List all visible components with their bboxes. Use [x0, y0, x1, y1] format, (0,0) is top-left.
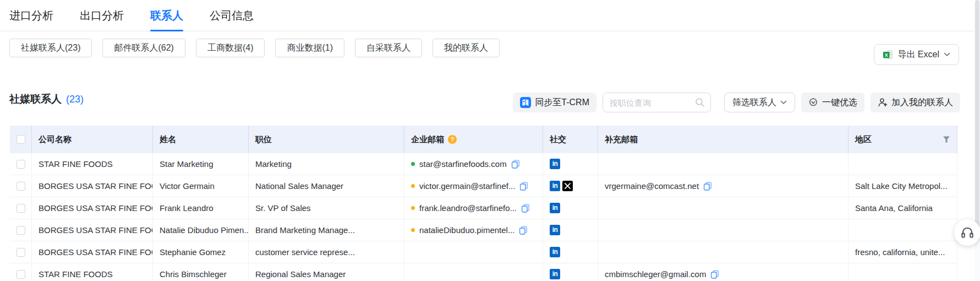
one-click-optimize-button[interactable]: 一键优选 — [801, 93, 864, 112]
cell-email: star@starfinefoods.com — [404, 153, 543, 175]
excel-icon: X — [883, 50, 893, 60]
email-text: star@starfinefoods.com — [419, 159, 507, 169]
linkedin-icon[interactable]: in — [550, 203, 560, 213]
cell-name: Stephanie Gomez — [153, 241, 249, 263]
linkedin-icon[interactable]: in — [550, 247, 560, 257]
cell-name: Natalie Dibuduo Pimen... — [153, 219, 249, 241]
copy-icon[interactable] — [511, 160, 520, 169]
badge-seal-icon — [808, 98, 818, 107]
cell-email — [404, 263, 543, 281]
row-checkbox[interactable] — [17, 270, 25, 279]
one-click-optimize-label: 一键优选 — [822, 97, 857, 109]
cell-region: fresno, california, unite... — [848, 241, 957, 263]
add-to-my-contacts-button[interactable]: 加入我的联系人 — [870, 93, 960, 112]
copy-icon[interactable] — [521, 204, 530, 213]
cell-alt-email: vrgermaine@comcast.net — [598, 175, 848, 197]
x-icon[interactable] — [562, 181, 573, 191]
column-header-title: 职位 — [249, 126, 404, 153]
tab-1[interactable]: 出口分析 — [80, 0, 124, 31]
table-body: STAR FINE FOODS Star Marketing Marketing… — [10, 153, 957, 281]
tab-2[interactable]: 联系人 — [150, 0, 183, 31]
cell-alt-email: cmbimschleger@gmail.com — [598, 263, 848, 281]
filter-button-5[interactable]: 我的联系人 — [432, 39, 500, 57]
alt-email-text: vrgermaine@comcast.net — [605, 181, 699, 191]
cell-title: Marketing — [249, 153, 404, 175]
filter-contacts-label: 筛选联系人 — [732, 97, 776, 109]
cell-company: BORGES USA STAR FINE FOODS — [32, 241, 153, 263]
filter-button-3[interactable]: 商业数据(1) — [275, 39, 344, 57]
column-header-alt-email: 补充邮箱 — [598, 126, 848, 153]
filter-button-4[interactable]: 自采联系人 — [355, 39, 422, 57]
cell-company: STAR FINE FOODS — [32, 153, 153, 175]
cell-social: in — [543, 219, 598, 241]
column-header-company: 公司名称 — [32, 126, 153, 153]
section-count: (23) — [66, 94, 84, 105]
sync-tcrm-button[interactable]: 同步至T-CRM — [513, 93, 596, 112]
tab-bar: 进口分析出口分析联系人公司信息 — [0, 0, 980, 31]
linkedin-icon[interactable]: in — [550, 159, 560, 169]
copy-icon[interactable] — [519, 226, 528, 235]
row-checkbox[interactable] — [17, 160, 25, 169]
cell-email: victor.germain@starfinef... — [404, 175, 543, 197]
svg-text:X: X — [885, 52, 888, 57]
row-checkbox[interactable] — [17, 182, 25, 191]
filter-button-1[interactable]: 邮件联系人(62) — [102, 39, 185, 57]
cell-title: Sr. VP of Sales — [249, 197, 404, 219]
table-row: BORGES USA STAR FINE FOODS Natalie Dibud… — [10, 219, 957, 241]
search-icon[interactable] — [695, 98, 705, 107]
add-to-my-contacts-label: 加入我的联系人 — [891, 97, 953, 109]
filter-button-2[interactable]: 工商数据(4) — [196, 39, 265, 57]
contacts-page: 进口分析出口分析联系人公司信息 社媒联系人(23)邮件联系人(62)工商数据(4… — [0, 0, 980, 281]
contacts-table: 公司名称 姓名 职位 企业邮箱 ? 社交 补充邮箱 地区 STAR FINE F… — [10, 126, 957, 281]
copy-icon[interactable] — [710, 270, 719, 279]
cell-alt-email — [598, 241, 848, 263]
cell-email — [404, 241, 543, 263]
section-title: 社媒联系人 (23) — [9, 92, 84, 106]
chevron-down-icon — [780, 100, 787, 105]
email-status-dot — [411, 162, 415, 166]
column-header-name: 姓名 — [153, 126, 249, 153]
row-checkbox[interactable] — [17, 226, 25, 235]
cell-alt-email — [598, 197, 848, 219]
section-title-text: 社媒联系人 — [9, 92, 62, 106]
copy-icon[interactable] — [519, 182, 528, 191]
row-checkbox[interactable] — [17, 248, 25, 257]
cell-region: Santa Ana, California — [848, 197, 957, 219]
export-excel-label: 导出 Excel — [897, 49, 939, 61]
filter-funnel-icon[interactable] — [943, 136, 950, 143]
help-icon[interactable]: ? — [448, 135, 457, 144]
person-plus-icon — [878, 98, 888, 107]
cell-region — [848, 219, 957, 241]
search-box — [603, 93, 711, 112]
export-excel-button[interactable]: X 导出 Excel — [874, 44, 959, 65]
cell-email: natalieDibuduo.pimentel... — [404, 219, 543, 241]
cell-name: Chris Bimschleger — [153, 263, 249, 281]
cell-title: National Sales Manager — [249, 175, 404, 197]
tab-0[interactable]: 进口分析 — [9, 0, 53, 31]
tab-3[interactable]: 公司信息 — [210, 0, 254, 31]
column-header-email: 企业邮箱 ? — [404, 126, 543, 153]
cell-region — [848, 263, 957, 281]
linkedin-icon[interactable]: in — [550, 269, 560, 279]
linkedin-icon[interactable]: in — [550, 181, 560, 191]
cell-social: in — [543, 153, 598, 175]
linkedin-icon[interactable]: in — [550, 225, 560, 235]
cell-alt-email — [598, 153, 848, 175]
headset-icon — [960, 225, 974, 240]
filter-button-0[interactable]: 社媒联系人(23) — [9, 39, 92, 57]
email-text: frank.leandro@starfinefo... — [419, 203, 517, 213]
filter-contacts-dropdown[interactable]: 筛选联系人 — [724, 93, 795, 112]
search-input[interactable] — [609, 98, 695, 108]
customer-service-button[interactable] — [954, 219, 980, 246]
row-checkbox[interactable] — [17, 204, 25, 213]
cell-social: in — [543, 175, 598, 197]
cell-company: BORGES USA STAR FINE FOODS — [32, 197, 153, 219]
cell-title: Regional Sales Manager — [249, 263, 404, 281]
cell-alt-email — [598, 219, 848, 241]
copy-icon[interactable] — [703, 182, 712, 191]
cell-social: in — [543, 197, 598, 219]
cell-region: Salt Lake City Metropol... — [848, 175, 957, 197]
scrollbar-thumb[interactable] — [975, 0, 979, 241]
select-all-checkbox[interactable] — [17, 135, 25, 144]
tcrm-logo-icon — [520, 97, 531, 108]
